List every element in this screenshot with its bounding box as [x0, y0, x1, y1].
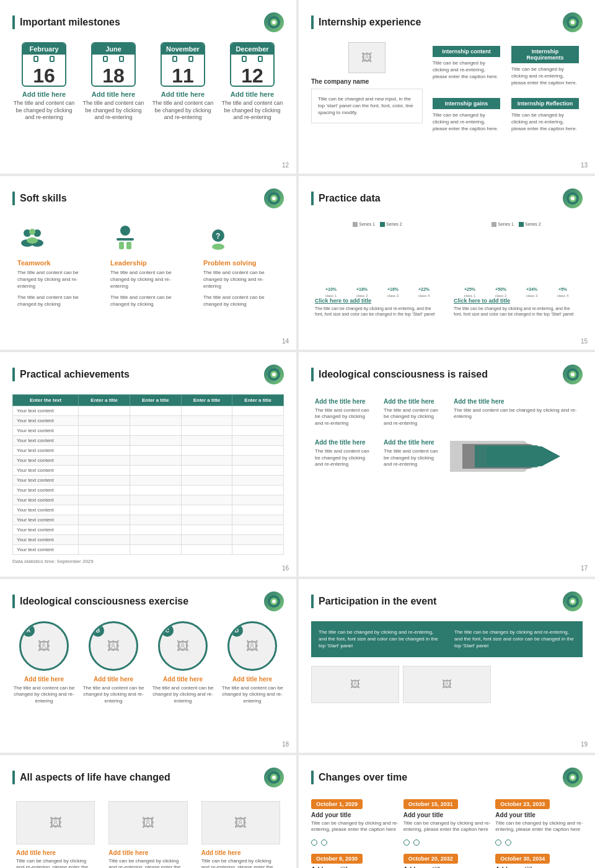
slide-logo [563, 591, 583, 611]
month-label: February [23, 43, 65, 55]
slide-header: All aspects of life have changed [12, 768, 284, 787]
table-cell-4-4 [232, 446, 284, 456]
table-cell-13-3 [181, 535, 232, 545]
exercise-item-c: C 🖼 Add title here The title and content… [151, 621, 214, 704]
page-number: 19 [581, 741, 588, 748]
timeline-entry-3: October 23, 2033 Add your title Title ca… [495, 797, 583, 833]
svg-point-43 [272, 776, 276, 779]
exercise-title-c[interactable]: Add title here [151, 676, 214, 683]
chart2-link[interactable]: Click here to add title [454, 298, 579, 304]
table-cell-6-4 [232, 466, 284, 476]
table-cell-11-0: Your text content [13, 515, 79, 525]
exercise-circle-d: D 🖼 [227, 621, 277, 671]
table-cell-5-2 [130, 456, 181, 466]
exercise-title-a[interactable]: Add title here [12, 676, 76, 683]
intern-box-header: Internship gains [433, 98, 500, 109]
aspect-desc-3: Title can be changed by clicking and re-… [201, 858, 280, 868]
aspect-2: 🖼 Add title here Title can be changed by… [105, 797, 191, 868]
skill-title: Problem solving [203, 259, 279, 267]
milestone-add-title[interactable]: Add title here [221, 91, 284, 98]
slide-title: Internship experience [319, 17, 421, 28]
table-cell-1-1 [79, 416, 130, 426]
milestone-add-title[interactable]: Add title here [82, 91, 145, 98]
achievements-table: Enter the text Enter a title Enter a tit… [12, 394, 284, 555]
svg-point-27 [272, 373, 276, 376]
table-cell-4-1 [79, 446, 130, 456]
bar-class3: +34% class 3 [518, 287, 545, 298]
ideo-card-3: Add the title here The title and content… [311, 435, 375, 471]
ideo-card-4: Add the title here The title and content… [380, 435, 444, 471]
exercise-item-d: D 🖼 Add title here The title and content… [221, 621, 284, 704]
company-name[interactable]: The company name [311, 78, 423, 85]
problem-solving-icon: ? [203, 223, 279, 255]
exercise-circle-a: A 🖼 [19, 621, 69, 671]
exercise-desc-a: The title and content can be changed by … [12, 685, 76, 704]
intern-box-text[interactable]: Title can be changed by clicking and re-… [511, 66, 579, 87]
milestone-desc: The title and content can be changed by … [221, 100, 284, 122]
data-stats: Data statistics time: September 2029 [12, 559, 284, 564]
table-cell-9-4 [232, 495, 284, 505]
page-number: 14 [282, 338, 289, 345]
aspect-title-3[interactable]: Add title here [201, 849, 280, 856]
intern-box-text[interactable]: Title can be changed by clicking and re-… [433, 112, 500, 133]
chart2-legend: Series 1 Series 2 [454, 222, 579, 227]
chart1-link[interactable]: Click here to add title [315, 298, 440, 304]
milestone-add-title[interactable]: Add title here [151, 91, 214, 98]
aspect-title-1[interactable]: Add title here [16, 849, 95, 856]
timeline-desc-1: Title can be changed by clicking and re-… [311, 820, 399, 833]
slide-soft-skills: Soft skills [0, 176, 296, 350]
month-label: December [231, 43, 273, 55]
table-cell-3-1 [79, 436, 130, 446]
milestone-november: November 11 Add title here The title and… [151, 42, 214, 122]
table-cell-7-0: Your text content [13, 476, 79, 485]
aspect-desc-2: Title can be changed by clicking and re-… [108, 858, 187, 868]
intern-box-text[interactable]: Title can be changed by clicking and re-… [433, 60, 500, 81]
table-cell-0-4 [232, 406, 284, 416]
internship-layout: 🖼 The company name Title can be changed … [311, 42, 583, 136]
table-header-5: Enter a title [232, 395, 284, 406]
participation-text-left[interactable]: The title can be changed by clicking and… [311, 621, 447, 657]
table-cell-8-4 [232, 485, 284, 495]
exercise-title-b[interactable]: Add title here [82, 676, 145, 683]
skill-desc1: The title and content can be changed by … [203, 269, 279, 290]
intern-box-header: Internship content [433, 46, 500, 57]
exercise-title-d[interactable]: Add title here [221, 676, 284, 683]
table-cell-5-0: Your text content [13, 456, 79, 466]
table-cell-8-3 [181, 485, 232, 495]
exercise-circle-c: C 🖼 [158, 621, 208, 671]
table-cell-10-4 [232, 505, 284, 515]
page-number: 18 [282, 741, 289, 748]
title-bar-decoration [12, 771, 15, 784]
radio-1 [311, 839, 317, 846]
month-label: June [92, 43, 134, 55]
slide-header: Changes over time [311, 768, 583, 787]
participation-text-right[interactable]: The title can be changes by clicking and… [447, 621, 583, 657]
milestone-add-title[interactable]: Add title here [12, 91, 76, 98]
table-cell-6-1 [79, 466, 130, 476]
ideo-card-5: Add the title here The title and content… [450, 394, 583, 424]
table-cell-9-3 [181, 495, 232, 505]
table-header-4: Enter a title [181, 395, 232, 406]
day-number: 12 [231, 66, 273, 86]
exercise-item-a: A 🖼 Add title here The title and content… [12, 621, 76, 704]
radio-4 [413, 839, 420, 846]
exercise-desc-d: The title and content can be changed by … [221, 685, 284, 704]
teamwork-icon [17, 223, 93, 255]
timeline-entry-6: October 30, 2034 Add your title Title ca… [495, 852, 583, 868]
slide-logo [264, 768, 284, 787]
timeline-radio-1 [311, 839, 399, 846]
skill-teamwork: Teamwork The title and content can be ch… [12, 218, 98, 316]
slide-title: Important milestones [20, 17, 120, 28]
intern-box-text[interactable]: Title can be changed by clicking and re-… [511, 112, 579, 133]
aspect-title-2[interactable]: Add title here [108, 849, 187, 856]
timeline-title-2: Add your title [403, 812, 491, 818]
slide-header: Important milestones [12, 12, 284, 32]
aspects-grid: 🖼 Add title here Title can be changed by… [12, 797, 284, 868]
svg-point-21 [212, 244, 224, 250]
slide-participation: Participation in the event The title can… [299, 579, 595, 753]
radio-5 [495, 839, 501, 846]
skill-desc2: The title and content can be changed by … [17, 294, 93, 308]
ideo-card-desc: The title and content can be changed by … [384, 448, 440, 467]
aspect-image-1: 🖼 [16, 801, 95, 844]
exercise-label-b: B [92, 624, 104, 637]
